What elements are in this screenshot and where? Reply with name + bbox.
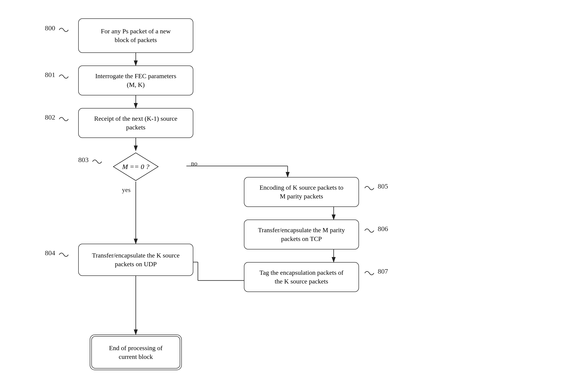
step-803-label: 803: [78, 156, 103, 164]
step-807-label: 807: [364, 267, 388, 275]
diagram-container: For any Ps packet of a newblock of packe…: [0, 0, 561, 392]
step-801-label: 801: [45, 71, 69, 79]
step-800-label: 800: [45, 24, 69, 32]
step-807-box: Tag the encapsulation packets ofthe K so…: [244, 262, 359, 292]
step-end-terminal: End of processing ofcurrent block: [90, 335, 182, 370]
step-801-box: Interrogate the FEC parameters(M, K): [78, 65, 193, 95]
no-label: no: [191, 160, 197, 167]
step-804-label: 804: [45, 249, 69, 257]
step-800-box: For any Ps packet of a newblock of packe…: [78, 18, 193, 53]
step-802-box: Receipt of the next (K-1) sourcepackets: [78, 108, 193, 138]
step-805-label: 805: [364, 182, 388, 190]
yes-label: yes: [122, 186, 130, 194]
step-802-label: 802: [45, 113, 69, 121]
step-806-label: 806: [364, 225, 388, 233]
step-804-box: Transfer/encapsulate the K sourcepackets…: [78, 244, 193, 276]
step-805-box: Encoding of K source packets toM parity …: [244, 177, 359, 207]
step-803-diamond: M == 0 ?: [110, 151, 161, 183]
step-806-box: Transfer/encapsulate the M paritypackets…: [244, 220, 359, 249]
